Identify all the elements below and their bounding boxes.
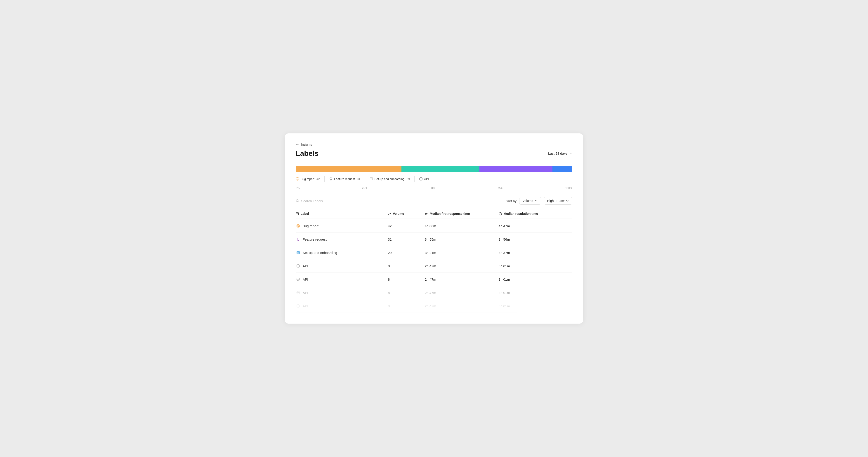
search-placeholder: Search Labels xyxy=(301,199,323,203)
pct-100: 100% xyxy=(565,187,572,190)
row-icon-api xyxy=(296,304,300,308)
cell-volume: 31 xyxy=(388,238,425,241)
cell-first-response: 2h 47m xyxy=(425,291,498,295)
row-icon-bug xyxy=(296,224,300,228)
label-row-text: Feature request xyxy=(303,238,327,241)
feature-request-count: 31 xyxy=(356,177,360,181)
sort-row: Sort by Volume High → Low xyxy=(506,197,572,205)
bar-labels: Bug report 42 Feature request 31 Set-up … xyxy=(296,176,572,182)
col-header-label: Label xyxy=(296,212,388,215)
api-icon-bar xyxy=(419,177,423,181)
cell-volume: 8 xyxy=(388,277,425,281)
col-header-volume: Volume xyxy=(388,212,425,215)
bar-chart-section: Bug report 42 Feature request 31 Set-up … xyxy=(296,166,572,190)
cell-label: API xyxy=(296,290,388,295)
search-icon xyxy=(296,199,299,203)
cell-resolution: 3h 01m xyxy=(499,291,572,295)
sort-by-label: Sort by xyxy=(506,199,517,203)
bug-report-count: 42 xyxy=(316,177,320,181)
cell-resolution: 3h 56m xyxy=(499,238,572,241)
chevron-direction-icon xyxy=(566,199,569,203)
label-row-icon-wrap xyxy=(296,290,301,295)
cell-first-response: 3h 21m xyxy=(425,251,498,254)
svg-point-1 xyxy=(330,178,332,180)
svg-point-0 xyxy=(296,178,299,180)
cell-volume: 8 xyxy=(388,291,425,295)
date-filter-button[interactable]: Last 28 days xyxy=(548,152,572,155)
cell-first-response: 2h 47m xyxy=(425,304,498,308)
bar-segment-setup-onboarding xyxy=(479,166,553,172)
label-row-text: Bug report xyxy=(303,224,318,228)
bar-segment-bug-report xyxy=(296,166,401,172)
breadcrumb-label: Insights xyxy=(301,143,312,146)
bug-report-icon xyxy=(296,177,299,181)
bug-report-label: Bug report xyxy=(301,177,314,181)
cell-volume: 8 xyxy=(388,304,425,308)
chevron-down-icon xyxy=(569,152,572,155)
cell-volume: 42 xyxy=(388,224,425,228)
feature-request-label: Feature request xyxy=(334,177,355,181)
breadcrumb[interactable]: ← Insights xyxy=(296,143,572,147)
cell-resolution: 4h 47m xyxy=(499,224,572,228)
table-row[interactable]: API 8 2h 47m 3h 01m xyxy=(296,286,572,299)
label-row-icon-wrap xyxy=(296,223,301,228)
cell-first-response: 2h 47m xyxy=(425,264,498,268)
label-row-text: API xyxy=(303,304,308,308)
label-row-icon-wrap xyxy=(296,277,301,282)
cell-resolution: 3h 01m xyxy=(499,277,572,281)
header-row: Labels Last 28 days xyxy=(296,149,572,158)
label-row-text: API xyxy=(303,264,308,268)
label-row-text: API xyxy=(303,291,308,295)
table-row[interactable]: API 8 2h 47m 3h 01m xyxy=(296,299,572,313)
sort-direction-label: High → Low xyxy=(547,199,564,203)
table-row[interactable]: API 8 2h 47m 3h 01m xyxy=(296,260,572,273)
date-filter-label: Last 28 days xyxy=(548,152,567,155)
controls-row: Search Labels Sort by Volume High → Low xyxy=(296,197,572,205)
first-response-col-icon xyxy=(425,212,428,215)
row-icon-api xyxy=(296,277,300,281)
percentage-row: 0% 25% 50% 75% 100% xyxy=(296,187,572,190)
row-icon-feature xyxy=(296,238,300,241)
sort-direction-button[interactable]: High → Low xyxy=(544,197,572,205)
sort-volume-button[interactable]: Volume xyxy=(519,197,541,205)
back-arrow-icon: ← xyxy=(296,143,299,147)
cell-label: API xyxy=(296,264,388,268)
cell-resolution: 3h 37m xyxy=(499,251,572,254)
volume-col-icon xyxy=(388,212,391,215)
search-container[interactable]: Search Labels xyxy=(296,199,323,203)
table-row[interactable]: Set-up and onboarding 29 3h 21m 3h 37m xyxy=(296,246,572,260)
cell-first-response: 3h 55m xyxy=(425,238,498,241)
row-icon-setup xyxy=(296,251,300,254)
cell-label: API xyxy=(296,303,388,308)
feature-request-icon xyxy=(329,177,333,181)
bar-label-feature-request: Feature request 31 xyxy=(329,177,360,181)
svg-point-6 xyxy=(499,212,502,215)
row-icon-api xyxy=(296,264,300,268)
svg-point-7 xyxy=(297,224,300,227)
label-row-icon-wrap xyxy=(296,237,301,242)
page-title: Labels xyxy=(296,149,318,158)
cell-label: Feature request xyxy=(296,237,388,242)
cell-label: Set-up and onboarding xyxy=(296,250,388,255)
label-row-text: API xyxy=(303,277,308,281)
main-card: ← Insights Labels Last 28 days xyxy=(285,133,583,324)
table-rows: Bug report 42 4h 06m 4h 47m Feature requ… xyxy=(296,219,572,313)
bar-label-bug-report: Bug report 42 xyxy=(296,177,320,181)
pct-75: 75% xyxy=(498,187,503,190)
setup-onboarding-label: Set-up and onboarding xyxy=(375,177,404,181)
api-label-bar: API xyxy=(424,177,429,181)
table-header: Label Volume Median first response time xyxy=(296,209,572,218)
sort-volume-label: Volume xyxy=(523,199,533,203)
setup-onboarding-icon xyxy=(370,177,373,181)
bar-segment-api xyxy=(553,166,572,172)
table-row[interactable]: API 8 2h 47m 3h 01m xyxy=(296,273,572,286)
cell-resolution: 3h 01m xyxy=(499,264,572,268)
svg-point-8 xyxy=(297,238,299,240)
table-row[interactable]: Bug report 42 4h 06m 4h 47m xyxy=(296,219,572,233)
col-header-resolution: Median resolution time xyxy=(499,212,572,215)
row-icon-api xyxy=(296,291,300,295)
label-row-icon-wrap xyxy=(296,303,301,308)
cell-first-response: 2h 47m xyxy=(425,277,498,281)
label-row-text: Set-up and onboarding xyxy=(303,251,337,254)
table-row[interactable]: Feature request 31 3h 55m 3h 56m xyxy=(296,233,572,246)
